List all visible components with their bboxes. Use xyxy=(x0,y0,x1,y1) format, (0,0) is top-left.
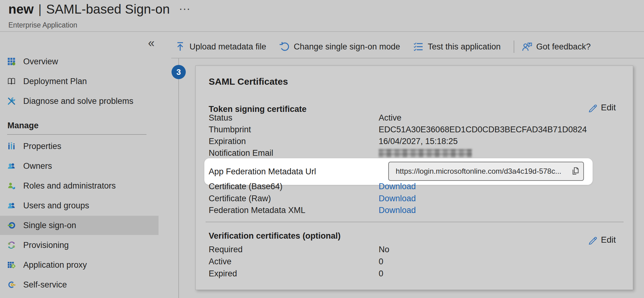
row-value: 16/04/2027, 15:18:25 xyxy=(379,135,458,147)
grid-diamond-icon xyxy=(7,261,15,269)
checklist-icon xyxy=(413,41,424,52)
saml-certificates-card: SAML Certificates Token signing certific… xyxy=(195,66,633,290)
toolbar-divider xyxy=(514,40,514,53)
row-label: Required xyxy=(209,245,243,254)
row-label: Notification Email xyxy=(209,148,273,158)
sidebar-item-label: Application proxy xyxy=(23,260,87,270)
sidebar-item-properties[interactable]: Properties xyxy=(0,137,159,156)
test-application-label: Test this application xyxy=(428,42,501,52)
required-row: Required No xyxy=(209,244,620,255)
sidebar-section-manage: Manage xyxy=(7,121,39,130)
active-row: Active 0 xyxy=(209,256,620,267)
step-3-badge: 3 xyxy=(172,65,186,79)
row-label: Certificate (Raw) xyxy=(209,194,271,203)
sync-arrows-icon xyxy=(7,241,15,249)
pencil-icon xyxy=(588,235,597,245)
sidebar-item-single-sign-on[interactable]: Single sign-on xyxy=(0,216,159,235)
row-label: Certificate (Base64) xyxy=(209,182,283,191)
metadata-url-value: https://login.microsoftonline.com/d3a4c1… xyxy=(396,167,564,176)
people-icon xyxy=(7,162,15,170)
open-book-icon xyxy=(7,77,15,85)
sidebar-item-provisioning[interactable]: Provisioning xyxy=(0,236,159,255)
section-divider xyxy=(206,222,624,222)
sidebar-item-label: Diagnose and solve problems xyxy=(23,96,133,106)
sidebar-item-label: Overview xyxy=(23,57,58,66)
row-value: No xyxy=(379,244,389,255)
single-sign-on-icon xyxy=(7,221,15,229)
feedback-button[interactable]: Got feedback? xyxy=(522,41,591,52)
people-icon xyxy=(7,202,15,210)
download-base64-link[interactable]: Download xyxy=(379,181,416,192)
tools-icon xyxy=(7,97,15,105)
expired-row: Expired 0 xyxy=(209,268,620,279)
status-row: Status Active xyxy=(209,112,620,124)
command-bar: Upload metadata file Change single sign-… xyxy=(175,37,604,56)
pencil-icon xyxy=(588,103,597,112)
sidebar-item-users-groups[interactable]: Users and groups xyxy=(0,196,159,215)
sidebar-item-label: Self-service xyxy=(23,280,67,290)
sidebar-item-self-service[interactable]: Self-service xyxy=(0,275,159,294)
download-xml-link[interactable]: Download xyxy=(379,204,416,216)
sidebar-item-label: Single sign-on xyxy=(23,221,76,230)
certificate-base64-row: Certificate (Base64) Download xyxy=(209,181,620,192)
sidebar-divider xyxy=(7,134,146,135)
sidebar-item-diagnose[interactable]: Diagnose and solve problems xyxy=(0,92,159,111)
sidebar-item-owners[interactable]: Owners xyxy=(0,156,159,176)
sidebar-item-overview[interactable]: Overview xyxy=(0,52,159,71)
overview-grid-icon xyxy=(7,57,15,66)
app-name: new xyxy=(8,2,34,17)
sidebar-item-application-proxy[interactable]: Application proxy xyxy=(0,255,159,275)
row-value: Active xyxy=(379,112,402,124)
sidebar-item-label: Users and groups xyxy=(23,201,89,211)
url-row-label: App Federation Metadata Url xyxy=(209,167,316,177)
row-label: Expiration xyxy=(209,137,246,146)
upload-metadata-label: Upload metadata file xyxy=(189,42,266,52)
card-title: SAML Certificates xyxy=(209,76,288,87)
step-connector-line xyxy=(178,58,179,298)
edit-label: Edit xyxy=(601,103,616,113)
feedback-label: Got feedback? xyxy=(536,42,591,52)
sidebar-item-label: Deployment Plan xyxy=(23,77,87,86)
sidebar-collapse-icon[interactable]: « xyxy=(148,36,154,50)
upload-metadata-button[interactable]: Upload metadata file xyxy=(175,41,266,52)
command-bar-divider xyxy=(171,58,644,58)
redacted-email-value xyxy=(379,149,472,157)
saml-sign-on-page: new | SAML-based Sign-on ··· Enterprise … xyxy=(0,0,644,298)
upload-icon xyxy=(175,41,185,52)
sidebar-item-label: Properties xyxy=(23,142,61,151)
metadata-url-input[interactable]: https://login.microsoftonline.com/d3a4c1… xyxy=(388,162,584,181)
page-subtitle: Enterprise Application xyxy=(8,21,77,29)
test-application-button[interactable]: Test this application xyxy=(413,41,501,52)
sidebar-item-roles-administrators[interactable]: Roles and administrators xyxy=(0,176,159,195)
header-divider xyxy=(0,31,644,32)
undo-arrow-icon xyxy=(279,41,290,52)
copy-icon[interactable] xyxy=(570,166,580,176)
sidebar-item-deployment-plan[interactable]: Deployment Plan xyxy=(0,72,159,91)
page-header-title: new | SAML-based Sign-on ··· xyxy=(8,2,191,17)
row-label: Status xyxy=(209,113,233,122)
change-sso-mode-button[interactable]: Change single sign-on mode xyxy=(279,41,400,52)
row-value: 0 xyxy=(379,256,383,267)
person-cube-icon xyxy=(7,182,15,190)
sidebar-item-label: Owners xyxy=(23,161,52,171)
page-title: SAML-based Sign-on xyxy=(46,2,170,17)
verification-certificates-heading: Verification certificates (optional) xyxy=(209,230,341,242)
federation-metadata-xml-row: Federation Metadata XML Download xyxy=(209,204,620,216)
properties-bars-icon xyxy=(7,142,15,150)
key-circle-icon xyxy=(7,281,15,289)
sidebar-item-label: Provisioning xyxy=(23,241,69,250)
change-sso-mode-label: Change single sign-on mode xyxy=(294,42,400,52)
certificate-raw-row: Certificate (Raw) Download xyxy=(209,193,620,204)
download-raw-link[interactable]: Download xyxy=(379,193,416,204)
thumbprint-row: Thumbprint EDC51A30E36068ED1CD0CDB3BECFA… xyxy=(209,124,620,135)
row-label: Active xyxy=(209,257,232,266)
sidebar-item-label: Roles and administrators xyxy=(23,181,116,191)
row-value: EDC51A30E36068ED1CD0CDB3BECFAD34B71D0824 xyxy=(379,124,587,135)
row-value: 0 xyxy=(379,268,383,279)
row-label: Thumbprint xyxy=(209,125,251,134)
row-label: Expired xyxy=(209,269,237,278)
more-options-icon[interactable]: ··· xyxy=(180,5,191,14)
feedback-person-icon xyxy=(522,41,532,52)
title-separator: | xyxy=(38,2,41,16)
row-label: Federation Metadata XML xyxy=(209,206,305,215)
